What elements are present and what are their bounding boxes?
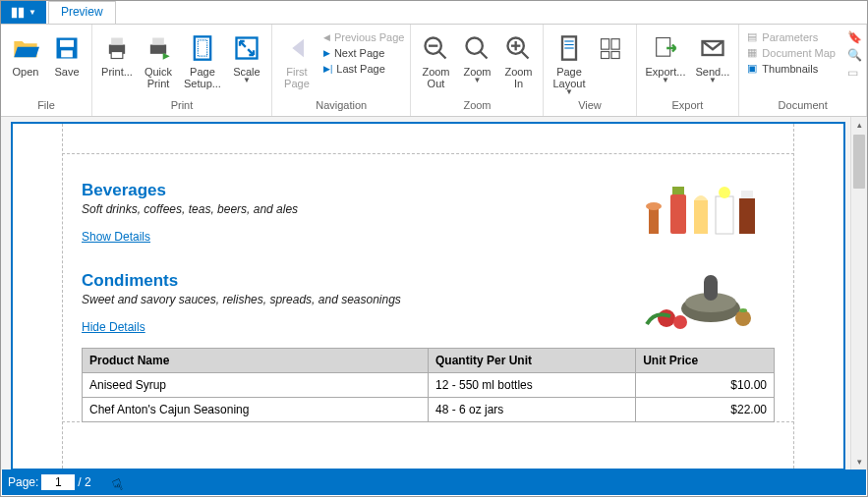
sliders-icon: ▤	[747, 30, 757, 43]
section-beverages: Beverages Soft drinks, coffees, teas, be…	[82, 181, 775, 244]
envelope-icon	[697, 32, 728, 64]
export-button[interactable]: Export... ▼	[641, 30, 691, 86]
zoom-in-button[interactable]: Zoom In	[497, 30, 539, 91]
vertical-scrollbar[interactable]: ▴ ▾	[850, 117, 867, 470]
svg-rect-3	[60, 40, 74, 47]
zoom-icon	[461, 32, 492, 64]
page-icon[interactable]: ▭	[847, 66, 862, 80]
print-button[interactable]: Print...	[96, 30, 138, 80]
svg-point-16	[467, 38, 483, 54]
page-total: / 2	[78, 475, 90, 489]
svg-rect-9	[152, 38, 164, 45]
status-bar: Page: / 2	[2, 469, 866, 495]
col-price: Unit Price	[636, 349, 775, 373]
open-button[interactable]: Open	[5, 30, 46, 80]
thumbnails-icon: ▣	[747, 62, 757, 75]
group-print: Print... Quick Print Page Setup... Scale…	[92, 25, 272, 116]
page-label: Page:	[8, 475, 38, 489]
col-name: Product Name	[83, 349, 429, 373]
svg-rect-0	[12, 7, 17, 18]
group-navigation: First Page ◀Previous Page ▶Next Page ▶|L…	[272, 25, 412, 116]
svg-rect-34	[670, 194, 686, 234]
last-page-button[interactable]: ▶|Last Page	[321, 62, 407, 76]
group-file: Open Save File	[1, 25, 92, 116]
page-setup-icon	[187, 32, 218, 64]
page-layout-button[interactable]: Page Layout ▼	[548, 30, 590, 98]
last-icon: ▶|	[323, 64, 332, 74]
thumbnails-button[interactable]: ▣Thumbnails	[747, 62, 836, 75]
group-document: ▤Parameters ▦Document Map ▣Thumbnails 🔖 …	[739, 25, 867, 116]
svg-rect-29	[611, 52, 619, 59]
svg-rect-1	[19, 7, 24, 18]
cell-qty: 12 - 550 ml bottles	[429, 373, 636, 398]
scroll-up-button[interactable]: ▴	[851, 117, 867, 134]
zoom-button[interactable]: Zoom ▼	[456, 30, 497, 86]
chevron-down-icon: ▼	[474, 76, 482, 84]
svg-line-14	[439, 52, 446, 59]
scroll-thumb[interactable]	[853, 135, 865, 189]
ribbon: Open Save File Print... Quick Print Page…	[1, 25, 867, 117]
save-icon	[51, 32, 83, 64]
chevron-down-icon: ▼	[565, 87, 573, 96]
send-button[interactable]: Send... ▼	[690, 30, 734, 86]
beverages-image	[637, 177, 765, 240]
svg-point-47	[739, 308, 747, 312]
svg-rect-30	[657, 38, 670, 57]
page-setup-button[interactable]: Page Setup...	[179, 30, 226, 91]
page-layout-icon	[553, 32, 585, 64]
document-map-button[interactable]: ▦Document Map	[747, 46, 836, 59]
next-page-button[interactable]: ▶Next Page	[321, 46, 407, 60]
scroll-down-button[interactable]: ▾	[851, 454, 867, 470]
svg-rect-40	[741, 191, 753, 198]
bookmark-icon[interactable]: 🔖	[847, 30, 862, 44]
svg-rect-35	[672, 187, 684, 194]
section-condiments: Condiments Sweet and savory sauces, reli…	[82, 271, 775, 422]
svg-rect-32	[649, 206, 659, 234]
cell-name: Aniseed Syrup	[83, 373, 429, 398]
prev-page-button[interactable]: ◀Previous Page	[321, 30, 407, 44]
folder-open-icon	[10, 32, 41, 64]
cell-price: $22.00	[636, 398, 775, 422]
cell-price: $10.00	[636, 373, 775, 398]
scale-button[interactable]: Scale ▼	[226, 30, 267, 86]
page-number-input[interactable]	[41, 474, 75, 490]
hide-details-link[interactable]: Hide Details	[82, 320, 145, 334]
svg-line-19	[522, 52, 529, 59]
svg-rect-8	[150, 45, 166, 54]
svg-rect-36	[694, 200, 708, 234]
zoom-in-icon	[502, 32, 534, 64]
svg-rect-7	[111, 52, 123, 59]
table-row: Aniseed Syrup12 - 550 ml bottles$10.00	[83, 373, 775, 398]
products-table: Product Name Quantity Per Unit Unit Pric…	[82, 348, 775, 422]
chevron-down-icon: ▼	[243, 76, 251, 84]
svg-rect-6	[111, 38, 123, 45]
zoom-out-button[interactable]: Zoom Out	[415, 30, 456, 91]
printer-icon	[101, 32, 133, 64]
show-details-link[interactable]: Show Details	[82, 230, 150, 244]
svg-rect-26	[601, 39, 608, 50]
svg-rect-39	[739, 198, 755, 234]
search-icon[interactable]: 🔍	[847, 48, 862, 62]
zoom-out-icon	[420, 32, 451, 64]
parameters-button[interactable]: ▤Parameters	[747, 30, 836, 43]
svg-point-45	[673, 315, 687, 329]
printer-fast-icon	[143, 32, 174, 64]
table-row: Chef Anton's Cajun Seasoning48 - 6 oz ja…	[83, 398, 775, 422]
chevron-down-icon: ▼	[709, 76, 717, 84]
cell-name: Chef Anton's Cajun Seasoning	[83, 398, 429, 422]
tab-main[interactable]: ▼	[1, 1, 46, 24]
export-icon	[650, 32, 681, 64]
first-page-icon	[281, 32, 313, 64]
svg-point-46	[735, 310, 751, 326]
svg-point-33	[646, 202, 662, 210]
group-view: Page Layout ▼ View	[544, 25, 636, 116]
svg-rect-28	[601, 52, 608, 59]
save-button[interactable]: Save	[46, 30, 87, 80]
tab-preview[interactable]: Preview	[48, 1, 116, 24]
first-page-button[interactable]: First Page	[276, 30, 318, 91]
multipage-button[interactable]	[591, 30, 632, 68]
cell-qty: 48 - 6 oz jars	[429, 398, 636, 422]
multipage-icon	[596, 32, 627, 64]
preview-area: Beverages Soft drinks, coffees, teas, be…	[1, 117, 867, 470]
quick-print-button[interactable]: Quick Print	[138, 30, 179, 91]
